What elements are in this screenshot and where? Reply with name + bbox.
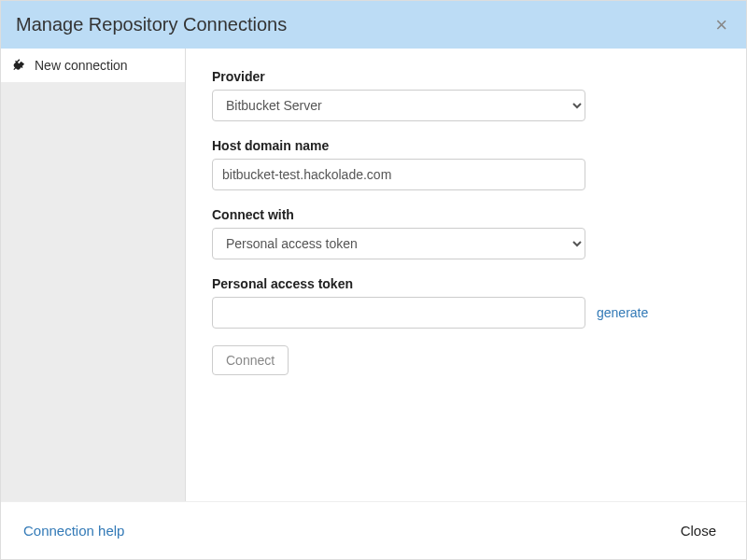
dialog-footer: Connection help Close — [1, 501, 746, 559]
token-input[interactable] — [212, 297, 585, 329]
field-token: Personal access token generate — [212, 276, 720, 329]
field-actions: Connect — [212, 345, 720, 375]
token-label: Personal access token — [212, 276, 720, 291]
sidebar-item-new-connection[interactable]: New connection — [1, 49, 185, 82]
dialog-titlebar: Manage Repository Connections × — [1, 1, 746, 49]
plug-icon — [12, 58, 27, 73]
connection-help-link[interactable]: Connection help — [23, 523, 124, 539]
close-icon[interactable]: × — [712, 15, 731, 35]
generate-link[interactable]: generate — [597, 305, 648, 320]
close-button[interactable]: Close — [673, 517, 724, 544]
provider-label: Provider — [212, 69, 720, 84]
host-label: Host domain name — [212, 138, 720, 153]
dialog-title: Manage Repository Connections — [16, 14, 287, 35]
host-input[interactable] — [212, 159, 585, 190]
field-connect-with: Connect with Personal access token — [212, 207, 720, 259]
field-provider: Provider Bitbucket Server — [212, 69, 720, 121]
connection-form: Provider Bitbucket Server Host domain na… — [186, 49, 746, 501]
connect-with-select[interactable]: Personal access token — [212, 228, 585, 259]
manage-repo-connections-dialog: Manage Repository Connections × New conn… — [0, 0, 747, 560]
provider-select[interactable]: Bitbucket Server — [212, 90, 585, 121]
sidebar-item-label: New connection — [35, 58, 128, 73]
connect-button[interactable]: Connect — [212, 345, 289, 375]
connections-sidebar: New connection — [1, 49, 186, 501]
dialog-body: New connection Provider Bitbucket Server… — [1, 49, 746, 501]
field-host: Host domain name — [212, 138, 720, 190]
connect-with-label: Connect with — [212, 207, 720, 222]
